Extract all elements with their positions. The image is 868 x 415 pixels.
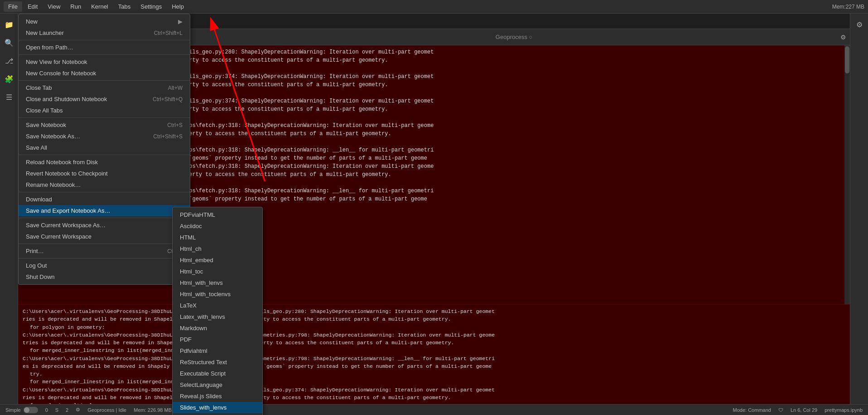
statusbar-right: Mode: Command 🛡 Ln 6, Col 29 prettymaps.… xyxy=(733,407,863,413)
sidebar-icon-search[interactable]: 🔍 xyxy=(2,35,16,50)
export-pdfviahtml[interactable]: PDFviaHTML xyxy=(173,209,262,220)
export-revealjs[interactable]: Reveal.js Slides xyxy=(173,391,262,402)
bottom-line-0: C:\Users\acer\.virtualenvs\GeoProcessing… xyxy=(23,308,845,315)
simple-toggle[interactable] xyxy=(24,407,38,413)
menu-shutdown[interactable]: Shut Down xyxy=(19,271,190,283)
export-html-lenvs[interactable]: Html_with_lenvs xyxy=(173,277,262,288)
sidebar-icon-files[interactable]: 📁 xyxy=(2,17,16,32)
export-asciidoc[interactable]: Asciidoc xyxy=(173,220,262,232)
bottom-terminal: C:\Users\acer\.virtualenvs\GeoProcessing… xyxy=(18,304,850,404)
settings-icon[interactable]: ⚙ xyxy=(76,407,80,413)
bottom-line-6: C:\Users\acer\.virtualenvs\GeoProcessing… xyxy=(23,355,845,362)
menu-print[interactable]: Print… Ctrl+P xyxy=(19,245,190,257)
export-latex-lenvs[interactable]: Latex_with_lenvs xyxy=(173,311,262,322)
notebook-name-status: prettymaps.ipynb xyxy=(825,407,863,413)
new-arrow: ▶ xyxy=(178,18,183,25)
main-layout: 📁 🔍 ⎇ 🧩 ☰ New ▶ New Launcher Ctrl+Shift+… xyxy=(0,14,868,404)
bottom-line-7: es is deprecated and will be removed in … xyxy=(23,362,845,370)
right-sidebar: ⚙ xyxy=(850,14,868,404)
menu-tabs[interactable]: Tabs xyxy=(114,1,135,12)
sep4 xyxy=(19,117,190,118)
menu-save-notebook-as[interactable]: Save Notebook As… Ctrl+Shift+S xyxy=(19,131,190,142)
export-markdown[interactable]: Markdown xyxy=(173,322,262,334)
menu-save-workspace[interactable]: Save Current Workspace xyxy=(19,231,190,242)
menu-file[interactable]: File xyxy=(4,1,22,12)
sep9 xyxy=(19,258,190,259)
menu-run[interactable]: Run xyxy=(66,1,86,12)
bottom-line-1: ries is deprecated and will be removed i… xyxy=(23,315,845,323)
menu-new[interactable]: New ▶ xyxy=(19,16,190,27)
sidebar-icon-property[interactable]: ☰ xyxy=(2,90,16,104)
menu-new-console[interactable]: New Console for Notebook xyxy=(19,68,190,79)
export-html[interactable]: HTML xyxy=(173,232,262,243)
bottom-line-9: for merged_inner_linestring in list(merg… xyxy=(23,378,845,386)
export-webpdf[interactable]: Webpdf xyxy=(173,413,262,415)
bottom-line-2: for polygon in geometry: xyxy=(23,323,845,331)
sidebar-icon-git[interactable]: ⎇ xyxy=(2,54,16,68)
menu-save-export[interactable]: Save and Export Notebook As… ▶ xyxy=(19,205,190,216)
menu-new-launcher[interactable]: New Launcher Ctrl+Shift+L xyxy=(19,27,190,39)
bottom-line-8: try. xyxy=(23,370,845,378)
toggle-knob xyxy=(24,407,29,413)
export-selectlang[interactable]: SelectLanguage xyxy=(173,379,262,391)
menu-settings[interactable]: Settings xyxy=(136,1,166,12)
mode-info: Mode: Command xyxy=(733,407,771,413)
sep6 xyxy=(19,192,190,192)
menu-reload[interactable]: Reload Notebook from Disk xyxy=(19,156,190,168)
export-executable[interactable]: Executable Script xyxy=(173,368,262,379)
simple-toggle-container: Simple xyxy=(5,407,38,413)
menu-help[interactable]: Help xyxy=(167,1,188,12)
export-pdf[interactable]: PDF xyxy=(173,334,262,345)
menu-open-path[interactable]: Open from Path… xyxy=(19,42,190,53)
menu-revert[interactable]: Revert Notebook to Checkpoint xyxy=(19,168,190,179)
menu-logout[interactable]: Log Out xyxy=(19,260,190,271)
menu-view[interactable]: View xyxy=(43,1,65,12)
scrollbar-track[interactable] xyxy=(844,45,850,304)
sep8 xyxy=(19,244,190,244)
export-html-ch[interactable]: Html_ch xyxy=(173,243,262,254)
simple-label: Simple xyxy=(5,407,21,413)
menu-close-tab[interactable]: Close Tab Alt+W xyxy=(19,82,190,93)
scrollbar-thumb[interactable] xyxy=(845,46,849,73)
menu-save-workspace-as[interactable]: Save Current Workspace As… xyxy=(19,220,190,231)
num-label: 2 xyxy=(66,407,68,413)
export-html-toc[interactable]: Html_toc xyxy=(173,266,262,277)
sep5 xyxy=(19,155,190,155)
menu-kernel[interactable]: Kernel xyxy=(87,1,113,12)
file-menu-dropdown: New ▶ New Launcher Ctrl+Shift+L Open fro… xyxy=(18,14,190,285)
sep7 xyxy=(19,218,190,218)
sep2 xyxy=(19,54,190,55)
export-slides-lenvs[interactable]: Slides_with_lenvs xyxy=(173,402,262,413)
export-html-toclenvs[interactable]: Html_with_toclenvs xyxy=(173,288,262,300)
menu-new-view[interactable]: New View for Notebook xyxy=(19,56,190,68)
menubar: File Edit View Run Kernel Tabs Settings … xyxy=(0,0,868,14)
export-latex[interactable]: LaTeX xyxy=(173,300,262,311)
sep1 xyxy=(19,40,190,40)
bottom-line-10: C:\Users\acer\.virtualenvs\GeoProcessing… xyxy=(23,386,845,394)
bottom-line-3: C:\Users\acer\.virtualenvs\GeoProcessing… xyxy=(23,331,845,339)
menu-rename[interactable]: Rename Notebook… xyxy=(19,179,190,190)
export-submenu: PDFviaHTML Asciidoc HTML Html_ch Html_em… xyxy=(172,207,263,415)
kernel-info: Geoprocess | Idle xyxy=(87,407,126,413)
menu-download[interactable]: Download xyxy=(19,194,190,205)
branch-indicator: 0 xyxy=(45,407,48,413)
statusbar: Simple 0 S 2 ⚙ Geoprocess | Idle Mem: 22… xyxy=(0,404,868,415)
mem-info: Mem: 226.98 MB xyxy=(134,407,172,413)
bottom-line-11: ries is deprecated and will be removed i… xyxy=(23,394,845,401)
menu-save-all[interactable]: Save All xyxy=(19,142,190,153)
menu-edit[interactable]: Edit xyxy=(23,1,42,12)
export-pdfviahtml2[interactable]: Pdfviahtml xyxy=(173,345,262,356)
menu-close-shutdown[interactable]: Close and Shutdown Notebook Ctrl+Shift+Q xyxy=(19,93,190,105)
bottom-line-12: for poly in multipoly: xyxy=(23,401,845,404)
menu-save-notebook[interactable]: Save Notebook Ctrl+S xyxy=(19,119,190,131)
shield-icon: 🛡 xyxy=(778,407,783,413)
menu-close-all[interactable]: Close All Tabs xyxy=(19,105,190,116)
sidebar-icon-extensions[interactable]: 🧩 xyxy=(2,72,16,86)
right-sidebar-settings-icon[interactable]: ⚙ xyxy=(852,17,867,32)
export-html-embed[interactable]: Html_embed xyxy=(173,254,262,266)
bottom-line-4: tries is deprecated and will be removed … xyxy=(23,339,845,347)
export-restructured[interactable]: ReStructured Text xyxy=(173,356,262,368)
sep3 xyxy=(19,80,190,81)
mem-display: Mem:227 MB xyxy=(832,4,864,10)
toolbar-gear-icon[interactable]: ⚙ xyxy=(840,34,846,41)
